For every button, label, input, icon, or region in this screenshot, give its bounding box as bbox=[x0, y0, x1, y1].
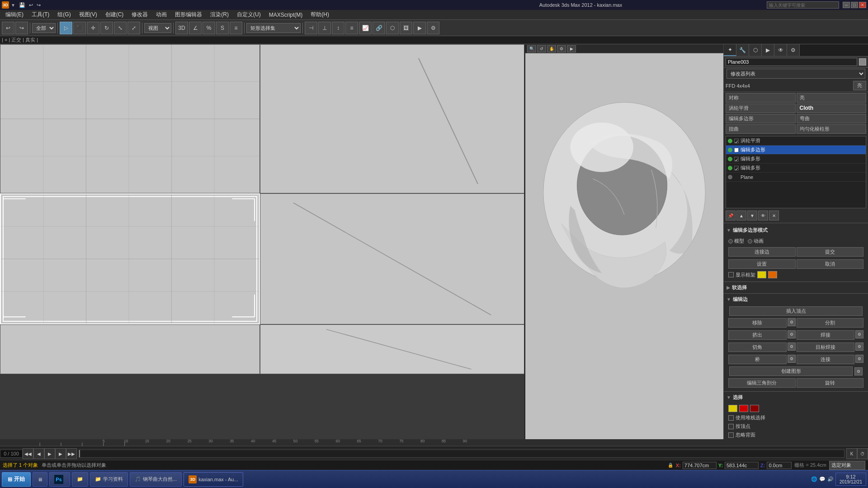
mod-stack-item-turbsmooth[interactable]: ✓ 涡轮平滑 bbox=[726, 136, 866, 145]
menu-custom[interactable]: 自定义(U) bbox=[233, 10, 264, 19]
align-btn[interactable]: ⊥ bbox=[318, 22, 331, 34]
mod-stack-item-editpoly2[interactable]: ✓ 编辑多形 bbox=[726, 155, 866, 164]
curve-editor-btn[interactable]: 📈 bbox=[359, 22, 372, 34]
menu-help[interactable]: 帮助(H) bbox=[307, 10, 333, 19]
mod-bend-btn[interactable]: 弯曲 bbox=[797, 114, 867, 123]
viewport-mid-right[interactable] bbox=[260, 193, 524, 324]
weld-setting-btn[interactable]: ⚙ bbox=[855, 330, 863, 338]
render3-btn[interactable]: ⚙ bbox=[427, 22, 439, 34]
taskbar-btn-3dsmax[interactable]: 3D kaxian.max - Au... bbox=[184, 472, 243, 487]
show-frame-cb[interactable] bbox=[728, 272, 734, 277]
y-coord-input[interactable] bbox=[725, 462, 759, 469]
menu-edit[interactable]: 编辑(E) bbox=[2, 10, 27, 19]
edit-edge-header[interactable]: ▼ 编辑边 bbox=[726, 295, 866, 304]
chamfer-setting-btn[interactable]: ⚙ bbox=[788, 343, 796, 351]
menu-maxscript[interactable]: MAXScript(M) bbox=[265, 11, 307, 19]
timeline-prev-frame-btn[interactable]: ◀ bbox=[33, 448, 44, 459]
percent-snap-btn[interactable]: % bbox=[203, 22, 215, 34]
menu-graph-editor[interactable]: 图形编辑器 bbox=[171, 10, 206, 19]
create-tab[interactable]: ✦ bbox=[724, 44, 736, 56]
modifier-list-dropdown[interactable]: 修改器列表 bbox=[726, 69, 865, 79]
mod-twist-btn[interactable]: 扭曲 bbox=[726, 124, 796, 134]
set-btn[interactable]: 设置 bbox=[728, 259, 796, 269]
menu-create[interactable]: 创建(C) bbox=[102, 10, 127, 19]
connect-edge-btn2[interactable]: 连接 bbox=[797, 355, 855, 364]
hierarchy-tab[interactable]: ⬡ bbox=[749, 44, 762, 56]
mod-turbsmooth-btn[interactable]: 涡轮平滑 bbox=[726, 103, 796, 113]
menu-animation[interactable]: 动画 bbox=[152, 10, 170, 19]
raise-cross-btn[interactable]: 提交 bbox=[797, 247, 864, 257]
bridge-btn[interactable]: 桥 bbox=[728, 355, 787, 364]
layer-btn[interactable]: ≡ bbox=[345, 22, 358, 34]
stack-up-btn[interactable]: ▲ bbox=[736, 211, 746, 221]
viewport-top-right[interactable] bbox=[260, 44, 524, 193]
frame-swatch-yellow[interactable] bbox=[757, 271, 766, 278]
x-coord-input[interactable] bbox=[683, 462, 717, 469]
angle-snap-btn[interactable]: ∠ bbox=[189, 22, 202, 34]
stack-down-btn[interactable]: ▼ bbox=[747, 211, 757, 221]
split-btn[interactable]: 分割 bbox=[797, 318, 864, 328]
filter-dropdown[interactable]: 全部 bbox=[32, 23, 56, 33]
frame-swatch-orange[interactable] bbox=[768, 271, 777, 278]
utilities-tab[interactable]: ⚙ bbox=[787, 44, 800, 56]
edit-poly-mode-header[interactable]: ▼ 编辑多边形模式 bbox=[726, 225, 866, 235]
taskbar-btn-windows[interactable]: 🖥 bbox=[33, 472, 47, 487]
quick-access-save[interactable]: 💾 bbox=[19, 2, 25, 8]
display-tab[interactable]: 👁 bbox=[774, 44, 787, 56]
extrude-setting-btn[interactable]: ⚙ bbox=[788, 330, 796, 338]
menu-tools[interactable]: 工具(T) bbox=[28, 10, 53, 19]
connect-edge-btn[interactable]: 连接边 bbox=[728, 247, 796, 257]
object-color-swatch[interactable] bbox=[859, 58, 866, 66]
target-weld-btn[interactable]: 目标焊接 bbox=[797, 343, 855, 352]
select-object-dropdown[interactable]: 选定对象 bbox=[829, 461, 865, 470]
preview-settings-btn[interactable]: ⚙ bbox=[557, 45, 566, 52]
edit-tri-btn[interactable]: 编辑三角剖分 bbox=[728, 378, 796, 388]
start-button[interactable]: ⊞ 开始 bbox=[2, 472, 31, 487]
search-input[interactable] bbox=[767, 1, 839, 9]
named-selection-dropdown[interactable]: 矩形选择集 bbox=[246, 23, 301, 33]
render-btn[interactable]: 🖼 bbox=[400, 22, 412, 34]
stack-delete-btn[interactable]: ✕ bbox=[769, 211, 779, 221]
sel-swatch-red[interactable] bbox=[739, 405, 748, 412]
chamfer-btn[interactable]: 切角 bbox=[728, 343, 787, 352]
ignore-backface-cb[interactable] bbox=[728, 432, 734, 438]
ep-animate-radio[interactable]: 动画 bbox=[748, 238, 764, 244]
z-coord-input[interactable] bbox=[767, 462, 792, 469]
sel-swatch-dark-red[interactable] bbox=[750, 405, 759, 412]
modify-tab[interactable]: 🔧 bbox=[736, 44, 749, 56]
taskbar-btn-piano[interactable]: 🎵 钢琴曲大自然... bbox=[130, 472, 182, 487]
insert-vertex-btn[interactable]: 插入顶点 bbox=[729, 306, 863, 316]
select-btn[interactable]: ▷ bbox=[60, 22, 72, 34]
lock-icon[interactable]: 🔒 bbox=[668, 463, 673, 468]
mod-normalize-btn[interactable]: 均匀化棱柱形 bbox=[797, 124, 867, 134]
extrude-btn[interactable]: 挤出 bbox=[728, 330, 787, 340]
mod-stack-item-editpoly3[interactable]: ✓ 编辑多形 bbox=[726, 164, 866, 173]
viewport-bot-right[interactable] bbox=[260, 324, 524, 374]
edit-named-sel-btn[interactable]: ≡ bbox=[230, 22, 242, 34]
preview-zoom-btn[interactable]: 🔍 bbox=[527, 45, 536, 52]
timeline-prev-btn[interactable]: ◀◀ bbox=[23, 448, 33, 459]
timeline-track[interactable] bbox=[79, 450, 844, 458]
remove-setting-btn[interactable]: ⚙ bbox=[788, 318, 796, 326]
menu-modifier[interactable]: 修改器 bbox=[128, 10, 151, 19]
material-editor-btn[interactable]: ⬡ bbox=[386, 22, 399, 34]
cancel-btn[interactable]: 取消 bbox=[797, 259, 864, 269]
viewport-label-dropdown[interactable]: 视图 bbox=[144, 23, 171, 33]
move-btn[interactable]: ✛ bbox=[87, 22, 99, 34]
timeline-time-config-btn[interactable]: ⏱ bbox=[857, 448, 868, 459]
sel-swatch-yellow[interactable] bbox=[728, 405, 737, 412]
preview-render-btn[interactable]: ▶ bbox=[567, 45, 576, 52]
title-menu-btn[interactable]: ▼ bbox=[11, 3, 15, 8]
object-name-input[interactable] bbox=[726, 58, 857, 66]
render2-btn[interactable]: ▶ bbox=[413, 22, 426, 34]
by-vertex-cb[interactable] bbox=[728, 424, 734, 429]
rotate-tri-btn[interactable]: 旋转 bbox=[797, 378, 864, 388]
select-region-btn[interactable]: ⬛ bbox=[73, 22, 86, 34]
maximize-button[interactable]: □ bbox=[851, 2, 858, 8]
menu-view[interactable]: 视图(V) bbox=[75, 10, 101, 19]
mod-editpoly-btn[interactable]: 编辑多边形 bbox=[726, 114, 796, 123]
motion-tab[interactable]: ▶ bbox=[762, 44, 774, 56]
quick-access-undo[interactable]: ↩ bbox=[29, 2, 33, 8]
schematic-view-btn[interactable]: 🔗 bbox=[373, 22, 385, 34]
target-weld-setting-btn[interactable]: ⚙ bbox=[855, 343, 863, 351]
